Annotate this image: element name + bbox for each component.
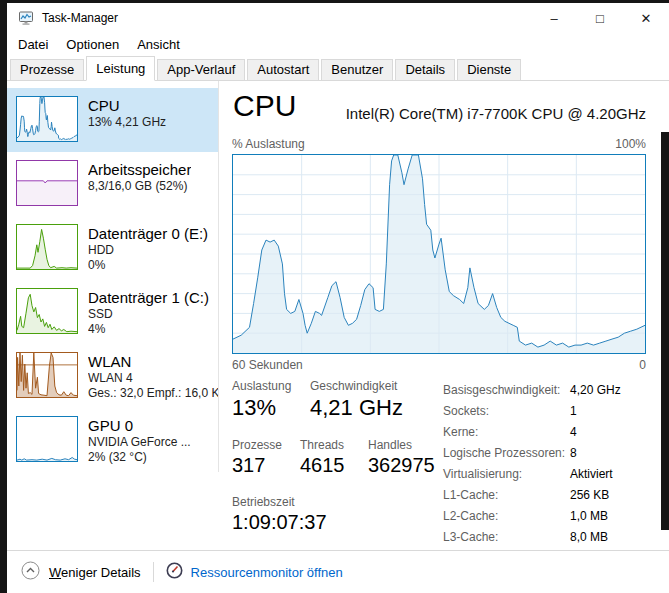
sidebar-item-line2: 8,3/16,0 GB (52%) bbox=[88, 179, 191, 194]
tab-dienste[interactable]: Dienste bbox=[457, 59, 521, 80]
fewer-details-label: Weniger Details bbox=[49, 565, 141, 580]
sidebar-item-line2: HDD bbox=[88, 243, 208, 258]
sidebar-item-title: GPU 0 bbox=[88, 416, 191, 435]
chart-x-zero-label: 0 bbox=[639, 358, 646, 372]
uptime-label: Betriebszeit bbox=[232, 495, 295, 510]
menu-ansicht[interactable]: Ansicht bbox=[128, 35, 189, 54]
tab-benutzer[interactable]: Benutzer bbox=[321, 59, 393, 80]
page-title: CPU bbox=[233, 89, 296, 123]
spec-value: 8 bbox=[570, 446, 577, 460]
spec-row: Basisgeschwindigkeit: 4,20 GHz bbox=[443, 379, 621, 400]
cpu-stats: Auslastung Geschwindigkeit 13% 4,21 GHz … bbox=[232, 379, 435, 535]
spec-row: Kerne: 4 bbox=[443, 421, 621, 442]
spec-label: Basisgeschwindigkeit: bbox=[443, 383, 570, 397]
speed-value: 4,21 GHz bbox=[310, 394, 403, 421]
menu-bar: DateiOptionenAnsicht bbox=[7, 33, 669, 55]
maximize-button[interactable]: □ bbox=[577, 3, 623, 33]
spec-row: Virtualisierung: Aktiviert bbox=[443, 463, 621, 484]
sidebar-thumbnail-chart bbox=[16, 416, 78, 462]
spec-label: L1-Cache: bbox=[443, 488, 570, 502]
sidebar-thumbnail-chart bbox=[16, 160, 78, 206]
sidebar-item-disk1[interactable]: Datenträger 1 (C:) SSD 4% bbox=[7, 280, 218, 344]
processes-label: Prozesse bbox=[232, 438, 300, 453]
cpu-model-name: Intel(R) Core(TM) i7-7700K CPU @ 4.20GHz bbox=[346, 105, 646, 122]
sidebar-item-line2: NVIDIA GeForce ... bbox=[88, 435, 191, 450]
menu-optionen[interactable]: Optionen bbox=[57, 35, 128, 54]
tab-autostart[interactable]: Autostart bbox=[247, 59, 319, 80]
sidebar-item-cpu[interactable]: CPU 13% 4,21 GHz bbox=[7, 88, 218, 152]
task-manager-window: Task-Manager – □ ✕ DateiOptionenAnsicht … bbox=[7, 3, 669, 593]
spec-label: Virtualisierung: bbox=[443, 467, 570, 481]
spec-value: 8,0 MB bbox=[570, 530, 608, 544]
performance-sidebar: CPU 13% 4,21 GHz Arbeitsspeicher 8,3/16,… bbox=[7, 81, 219, 472]
spec-value: 4,20 GHz bbox=[570, 383, 621, 397]
spec-value: Aktiviert bbox=[570, 467, 613, 481]
spec-value: 1,0 MB bbox=[570, 509, 608, 523]
threads-label: Threads bbox=[300, 438, 368, 453]
minimize-button[interactable]: – bbox=[531, 3, 577, 33]
chart-y-axis-label: % Auslastung bbox=[232, 137, 305, 151]
resource-monitor-label: Ressourcenmonitor öffnen bbox=[191, 565, 343, 580]
chevron-up-circle-icon bbox=[21, 561, 40, 584]
desktop-background: Task-Manager – □ ✕ DateiOptionenAnsicht … bbox=[0, 0, 669, 593]
sidebar-item-line2: WLAN 4 bbox=[88, 371, 218, 386]
processes-value: 317 bbox=[232, 453, 300, 478]
spec-label: Kerne: bbox=[443, 425, 570, 439]
sidebar-item-title: CPU bbox=[88, 96, 166, 115]
footer-bar: Weniger Details Ressourcenmonitor öffnen bbox=[7, 550, 669, 593]
spec-value: 4 bbox=[570, 425, 577, 439]
sidebar-thumbnail-chart bbox=[16, 96, 78, 142]
chart-x-axis-label: 60 Sekunden bbox=[232, 358, 303, 372]
sidebar-item-memory[interactable]: Arbeitsspeicher 8,3/16,0 GB (52%) bbox=[7, 152, 218, 216]
chart-y-max-label: 100% bbox=[615, 137, 646, 151]
spec-row: Logische Prozessoren: 8 bbox=[443, 442, 621, 463]
cpu-spec-list: Basisgeschwindigkeit: 4,20 GHz Sockets: … bbox=[443, 379, 621, 547]
sidebar-item-line3: 0% bbox=[88, 258, 208, 273]
spec-label: Logische Prozessoren: bbox=[443, 446, 570, 460]
fewer-details-button[interactable]: Weniger Details bbox=[21, 561, 141, 584]
close-button[interactable]: ✕ bbox=[623, 3, 669, 33]
sidebar-item-line3: 4% bbox=[88, 322, 209, 337]
sidebar-item-line3: Ges.: 32,0 Empf.: 16,0 K bbox=[88, 386, 218, 401]
window-title: Task-Manager bbox=[42, 11, 118, 25]
sidebar-item-title: Arbeitsspeicher bbox=[88, 160, 191, 179]
tab-appverlauf[interactable]: App-Verlauf bbox=[157, 59, 245, 80]
sidebar-thumbnail-chart bbox=[16, 224, 78, 270]
footer-divider bbox=[153, 562, 154, 582]
spec-label: Sockets: bbox=[443, 404, 570, 418]
utilization-label: Auslastung bbox=[232, 379, 310, 394]
sidebar-item-line2: SSD bbox=[88, 307, 209, 322]
speed-label: Geschwindigkeit bbox=[310, 379, 397, 394]
tab-prozesse[interactable]: Prozesse bbox=[10, 59, 84, 80]
handles-value: 362975 bbox=[368, 453, 435, 478]
spec-label: L3-Cache: bbox=[443, 530, 570, 544]
tab-leistung[interactable]: Leistung bbox=[86, 56, 155, 81]
sidebar-item-line3: 2% (32 °C) bbox=[88, 450, 191, 465]
sidebar-item-title: Datenträger 0 (E:) bbox=[88, 224, 208, 243]
performance-content: CPU 13% 4,21 GHz Arbeitsspeicher 8,3/16,… bbox=[7, 81, 669, 550]
threads-value: 4615 bbox=[300, 453, 368, 478]
cpu-detail-pane: CPU Intel(R) Core(TM) i7-7700K CPU @ 4.2… bbox=[219, 81, 669, 550]
spec-value: 256 KB bbox=[570, 488, 609, 502]
spec-value: 1 bbox=[570, 404, 577, 418]
spec-label: L2-Cache: bbox=[443, 509, 570, 523]
cpu-usage-chart[interactable] bbox=[232, 154, 646, 354]
sidebar-item-title: Datenträger 1 (C:) bbox=[88, 288, 209, 307]
sidebar-item-disk0[interactable]: Datenträger 0 (E:) HDD 0% bbox=[7, 216, 218, 280]
sidebar-thumbnail-chart bbox=[16, 288, 78, 334]
sidebar-item-gpu[interactable]: GPU 0 NVIDIA GeForce ... 2% (32 °C) bbox=[7, 408, 218, 472]
titlebar[interactable]: Task-Manager – □ ✕ bbox=[7, 3, 669, 33]
tab-details[interactable]: Details bbox=[395, 59, 455, 80]
window-controls: – □ ✕ bbox=[531, 3, 669, 33]
spec-row: Sockets: 1 bbox=[443, 400, 621, 421]
utilization-value: 13% bbox=[232, 394, 310, 421]
spec-row: L1-Cache: 256 KB bbox=[443, 484, 621, 505]
background-window-edge bbox=[661, 132, 669, 530]
resource-monitor-icon bbox=[166, 562, 183, 583]
resource-monitor-link[interactable]: Ressourcenmonitor öffnen bbox=[166, 562, 343, 583]
sidebar-thumbnail-chart bbox=[16, 352, 78, 398]
tab-strip: ProzesseLeistungApp-VerlaufAutostartBenu… bbox=[7, 55, 669, 81]
sidebar-item-line2: 13% 4,21 GHz bbox=[88, 115, 166, 130]
menu-datei[interactable]: Datei bbox=[9, 35, 57, 54]
sidebar-item-wlan[interactable]: WLAN WLAN 4 Ges.: 32,0 Empf.: 16,0 K bbox=[7, 344, 218, 408]
